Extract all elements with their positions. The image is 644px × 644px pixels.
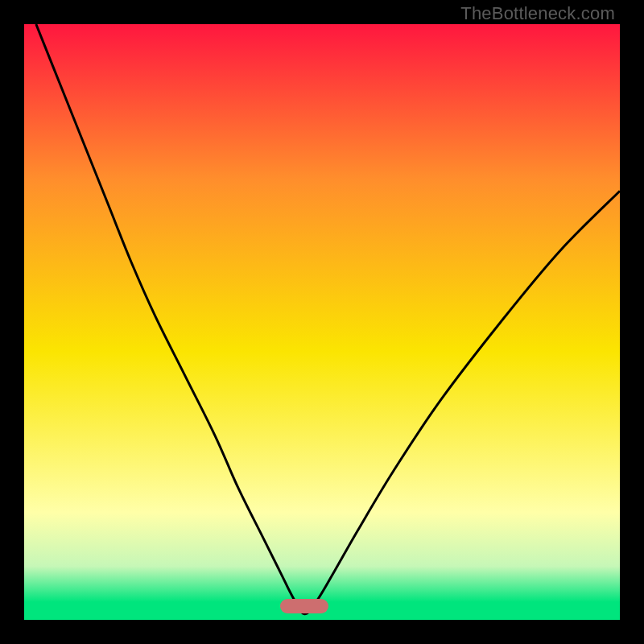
- bottleneck-curve: [24, 24, 620, 620]
- minimum-marker: [280, 599, 328, 613]
- curve-path: [36, 24, 620, 614]
- chart-frame: [24, 24, 620, 620]
- watermark-text: TheBottleneck.com: [460, 3, 615, 24]
